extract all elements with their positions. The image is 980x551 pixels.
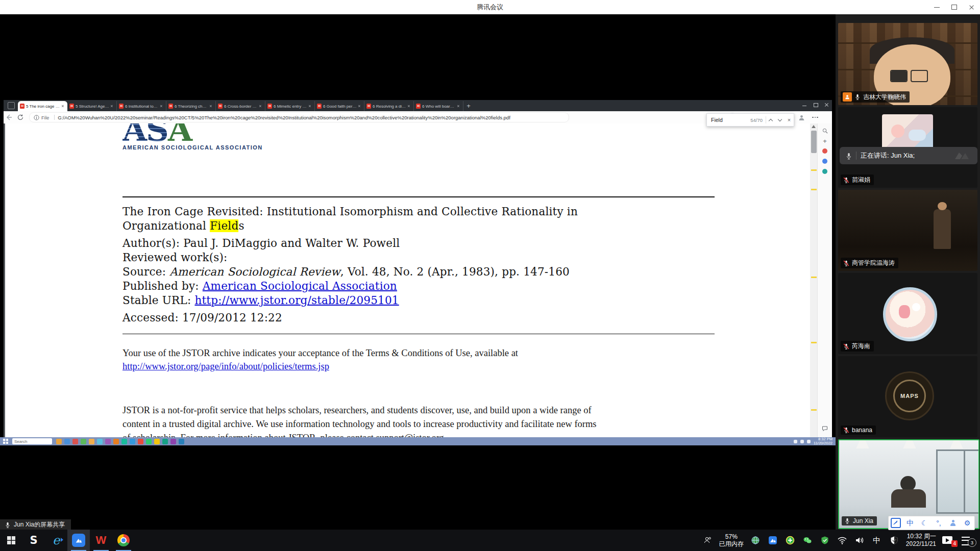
close-button[interactable] bbox=[963, 0, 980, 14]
app-icon[interactable] bbox=[89, 439, 94, 444]
green-plus-tray-icon[interactable] bbox=[785, 535, 796, 546]
more-menu-icon[interactable] bbox=[811, 113, 820, 122]
app-icon[interactable] bbox=[113, 439, 119, 444]
tab-close-icon[interactable] bbox=[159, 104, 164, 109]
address-bar[interactable]: File G:/AOM%20Wuhan%20U/2022%20seminar/R… bbox=[29, 112, 569, 122]
chrome-taskbar-icon[interactable] bbox=[112, 530, 135, 551]
browser-maximize-icon[interactable] bbox=[813, 102, 819, 108]
find-previous-icon[interactable] bbox=[766, 115, 775, 124]
app-icon[interactable] bbox=[56, 439, 62, 444]
scrollbar-thumb[interactable] bbox=[811, 131, 817, 153]
ime-language-indicator[interactable]: 中 bbox=[871, 535, 883, 546]
app-icon[interactable] bbox=[130, 439, 135, 444]
app-icon[interactable] bbox=[121, 439, 127, 444]
sidebar-search-icon[interactable] bbox=[821, 127, 829, 135]
find-next-icon[interactable] bbox=[775, 115, 785, 124]
browser-tab[interactable]: 6 Cross-border acquisitions by s bbox=[216, 101, 265, 111]
browser-tab[interactable]: 6 Institutional logics Thornton.p bbox=[117, 101, 166, 111]
stable-url-link[interactable]: http://www.jstor.org/stable/2095101 bbox=[194, 294, 399, 307]
ime-settings-gear-icon[interactable]: ⚙ bbox=[962, 516, 973, 530]
ime-mode-toggle[interactable]: 中 bbox=[904, 516, 916, 530]
browser-minimize-icon[interactable] bbox=[801, 102, 807, 108]
sidebar-chat-icon[interactable] bbox=[821, 424, 829, 433]
browser-tab[interactable]: 5 Structure! Agency! (and other bbox=[67, 101, 117, 111]
sidebar-add-icon[interactable]: + bbox=[821, 137, 829, 145]
shared-search-box[interactable]: Search bbox=[12, 438, 52, 444]
tab-close-icon[interactable] bbox=[456, 104, 461, 109]
maximize-button[interactable] bbox=[945, 0, 963, 14]
defender-icon[interactable] bbox=[889, 535, 900, 546]
tab-close-icon[interactable] bbox=[406, 104, 411, 109]
find-close-icon[interactable] bbox=[785, 117, 794, 123]
pdf-scrollbar[interactable] bbox=[810, 123, 818, 437]
video-player-tray-icon[interactable]: 4 bbox=[942, 535, 955, 545]
start-button[interactable] bbox=[0, 530, 22, 551]
tab-close-icon[interactable] bbox=[307, 104, 312, 109]
participant-tile[interactable]: MAPS banana bbox=[838, 356, 977, 437]
pdf-favicon bbox=[317, 104, 322, 109]
browser-tab[interactable]: 6 Who will board a sinking ship bbox=[414, 101, 463, 111]
sogou-input-icon[interactable]: S bbox=[22, 530, 45, 551]
tencent-meeting-taskbar-icon[interactable] bbox=[67, 530, 90, 551]
ime-logo-icon[interactable] bbox=[890, 518, 901, 528]
publisher-link[interactable]: American Sociological Association bbox=[203, 280, 397, 292]
app-icon[interactable] bbox=[170, 439, 176, 444]
people-icon[interactable] bbox=[702, 535, 713, 546]
app-icon[interactable] bbox=[162, 439, 168, 444]
new-tab-button[interactable] bbox=[463, 101, 474, 111]
browser-tab[interactable]: 6 Theorizing change the role of bbox=[166, 101, 216, 111]
tab-close-icon[interactable] bbox=[357, 104, 362, 109]
scroll-up-icon[interactable] bbox=[812, 125, 816, 128]
refresh-button[interactable] bbox=[15, 112, 26, 122]
app-icon[interactable] bbox=[64, 439, 70, 444]
tab-close-icon[interactable] bbox=[60, 104, 65, 109]
notification-center-icon[interactable]: 3 bbox=[962, 535, 975, 545]
volume-icon[interactable] bbox=[854, 535, 865, 546]
globe-tray-icon[interactable] bbox=[750, 535, 761, 546]
tray-icon[interactable] bbox=[807, 440, 811, 443]
ime-punctuation-toggle[interactable]: °, bbox=[933, 516, 944, 530]
shared-start-icon[interactable] bbox=[3, 439, 8, 444]
app-icon[interactable] bbox=[81, 439, 86, 444]
app-icon[interactable] bbox=[179, 439, 184, 444]
terms-link[interactable]: http://www.jstor.org/page/info/about/pol… bbox=[122, 361, 329, 371]
sidebar-teal-dot-icon[interactable] bbox=[821, 167, 829, 176]
wifi-icon[interactable] bbox=[837, 535, 848, 546]
browser-tab[interactable]: 6 Resolving a dilemma of signali bbox=[364, 101, 414, 111]
video-frame bbox=[888, 476, 929, 507]
app-icon[interactable] bbox=[146, 439, 152, 444]
sidebar-red-dot-icon[interactable] bbox=[821, 147, 829, 155]
participant-tile[interactable]: 商管学院温海涛 bbox=[838, 190, 977, 271]
taskbar-clock[interactable]: 10:32 周一 2022/11/21 bbox=[906, 533, 936, 548]
participant-tile[interactable]: 吉林大学鞠晓伟 bbox=[838, 23, 977, 105]
tab-search-icon[interactable] bbox=[8, 102, 15, 109]
shield-tray-icon[interactable] bbox=[819, 535, 830, 546]
browser-tab[interactable]: 6 Good faith perspective.pdf bbox=[315, 101, 364, 111]
tab-close-icon[interactable] bbox=[258, 104, 263, 109]
app-icon[interactable] bbox=[72, 439, 78, 444]
browser-tab-active[interactable]: 5 The iron cage revisited Institu bbox=[18, 101, 67, 111]
participant-tile[interactable]: 芮海南 bbox=[838, 273, 977, 354]
browser-close-icon[interactable] bbox=[824, 102, 830, 108]
app-icon[interactable] bbox=[97, 439, 103, 444]
internet-explorer-icon[interactable]: e bbox=[45, 530, 67, 551]
browser-tab[interactable]: 6 Mimetic entry and bandwagon bbox=[265, 101, 315, 111]
app-icon[interactable] bbox=[154, 439, 160, 444]
minimize-button[interactable] bbox=[928, 0, 945, 14]
sidebar-blue-dot-icon[interactable] bbox=[821, 157, 829, 165]
ime-moon-icon[interactable]: ☾ bbox=[919, 516, 930, 530]
back-button[interactable] bbox=[4, 112, 15, 122]
memory-usage[interactable]: 57% 已用内存 bbox=[719, 533, 744, 547]
tab-close-icon[interactable] bbox=[208, 104, 213, 109]
tab-close-icon[interactable] bbox=[109, 104, 114, 109]
wps-taskbar-icon[interactable]: W bbox=[90, 530, 112, 551]
app-icon[interactable] bbox=[105, 439, 111, 444]
find-input[interactable]: Field bbox=[707, 117, 750, 123]
tray-icon[interactable] bbox=[800, 440, 804, 443]
app-icon[interactable] bbox=[138, 439, 143, 444]
tray-icon[interactable] bbox=[794, 440, 797, 443]
ime-person-icon[interactable] bbox=[947, 520, 959, 526]
wechat-tray-icon[interactable] bbox=[802, 535, 813, 546]
meeting-tray-icon[interactable] bbox=[767, 535, 778, 546]
profile-icon[interactable] bbox=[797, 113, 806, 122]
